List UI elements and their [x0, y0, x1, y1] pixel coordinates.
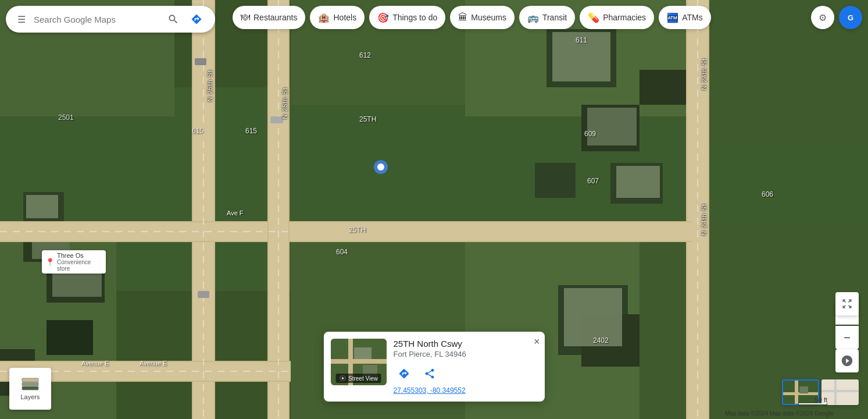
pharmacies-icon: 💊: [588, 12, 599, 23]
street-view-label[interactable]: Street View: [335, 374, 381, 383]
svg-rect-29: [564, 288, 622, 346]
top-nav: 🍽 Restaurants 🏨 Hotels 🎯 Things to do 🏛 …: [233, 6, 711, 29]
svg-rect-27: [587, 108, 637, 145]
info-title: 25TH North Cswy: [394, 339, 526, 349]
top-right-controls: ⚙ G: [811, 6, 862, 29]
svg-rect-26: [552, 32, 610, 81]
svg-rect-37: [192, 222, 692, 241]
layers-icon: [21, 377, 40, 391]
things-to-do-icon: 🎯: [377, 12, 389, 23]
svg-point-51: [377, 164, 384, 171]
svg-rect-25: [52, 253, 102, 297]
nav-pill-hotels[interactable]: 🏨 Hotels: [310, 6, 365, 29]
search-input[interactable]: [34, 15, 159, 24]
atms-icon: 🏧: [667, 12, 678, 23]
svg-rect-53: [22, 382, 38, 386]
map-attribution: Map data ©2024 Map data ©2024 Google: [725, 410, 833, 417]
svg-rect-49: [198, 291, 209, 298]
bottom-left-controls: Layers: [9, 368, 51, 410]
transit-icon: 🚌: [527, 12, 539, 23]
map-container[interactable]: N 25th St N 25th St N 24th St N 24th St …: [0, 0, 868, 419]
hotels-icon: 🏨: [318, 12, 330, 23]
search-button[interactable]: [165, 11, 181, 27]
svg-rect-54: [22, 378, 38, 382]
svg-rect-58: [799, 386, 808, 393]
menu-button[interactable]: ☰: [15, 13, 28, 26]
directions-button[interactable]: [187, 10, 206, 29]
restaurants-icon: 🍽: [241, 12, 250, 23]
layers-button[interactable]: Layers: [9, 368, 51, 410]
museums-icon: 🏛: [458, 12, 467, 23]
scale-bar: 50 ft: [798, 396, 827, 405]
search-box[interactable]: ☰: [6, 6, 215, 33]
info-thumbnail[interactable]: Street View: [331, 339, 387, 385]
svg-rect-28: [616, 166, 660, 198]
svg-rect-48: [270, 116, 283, 123]
info-address: Fort Pierce, FL 34946: [394, 350, 526, 358]
svg-rect-61: [821, 390, 859, 392]
svg-rect-47: [195, 58, 206, 65]
search-bar: ☰: [6, 6, 215, 33]
svg-rect-14: [47, 320, 93, 355]
info-card: × Street View 25TH North Cswy Fort Pierc…: [324, 332, 545, 402]
svg-rect-65: [354, 347, 372, 359]
svg-rect-20: [535, 163, 576, 198]
info-actions: [394, 363, 526, 384]
account-button[interactable]: G: [839, 6, 862, 29]
info-details: 25TH North Cswy Fort Pierce, FL 34946 27…: [394, 339, 538, 395]
info-coords[interactable]: 27.455303, -80.349552: [394, 386, 526, 395]
expand-map-button[interactable]: [835, 292, 859, 315]
svg-rect-19: [640, 70, 686, 105]
nav-pill-atms[interactable]: 🏧 ATMs: [659, 6, 711, 29]
nav-pill-pharmacies[interactable]: 💊 Pharmacies: [580, 6, 654, 29]
info-directions-button[interactable]: [394, 363, 415, 384]
svg-rect-52: [22, 386, 38, 390]
street-view-pegman[interactable]: [835, 349, 859, 372]
nav-pill-things-to-do[interactable]: 🎯 Things to do: [369, 6, 445, 29]
settings-button[interactable]: ⚙: [811, 6, 834, 29]
info-card-close-button[interactable]: ×: [534, 336, 540, 347]
nav-pill-transit[interactable]: 🚌 Transit: [519, 6, 575, 29]
nav-pill-restaurants[interactable]: 🍽 Restaurants: [233, 6, 305, 29]
nav-pill-museums[interactable]: 🏛 Museums: [450, 6, 515, 29]
info-share-button[interactable]: [419, 363, 440, 384]
svg-rect-64: [331, 359, 387, 364]
zoom-out-button[interactable]: −: [835, 326, 859, 349]
svg-rect-24: [26, 195, 58, 218]
